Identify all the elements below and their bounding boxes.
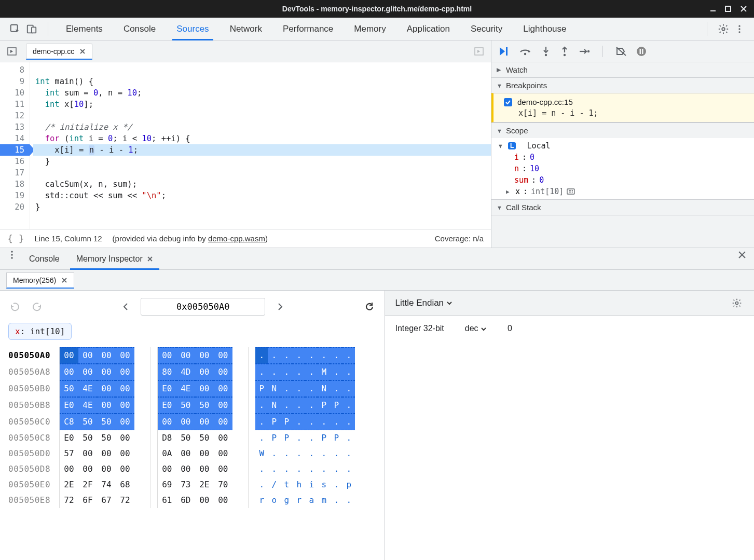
value-interpretation-row: Integer 32-bit dec 0 — [385, 316, 755, 342]
breakpoints-section-header[interactable]: ▼Breakpoints — [491, 78, 754, 93]
code-editor[interactable]: 891011121314151617181920 int main() { in… — [0, 62, 491, 229]
window-close-button[interactable] — [741, 6, 749, 12]
inspect-element-icon[interactable] — [9, 23, 21, 35]
page-next-icon[interactable] — [273, 300, 287, 313]
drawer-tab-memory-inspector[interactable]: Memory Inspector — [70, 248, 159, 269]
svg-point-11 — [524, 52, 526, 54]
source-status-bar: { } Line 15, Column 12 (provided via deb… — [0, 229, 491, 248]
svg-rect-16 — [640, 49, 641, 54]
interpreted-value: 0 — [508, 324, 512, 333]
source-file-tabs: demo-cpp.cc — [0, 40, 491, 62]
history-forward-icon[interactable] — [30, 300, 44, 313]
svg-rect-0 — [725, 6, 731, 11]
svg-point-22 — [736, 302, 738, 304]
value-type: Integer 32-bit — [395, 324, 444, 333]
settings-gear-icon[interactable] — [718, 23, 729, 35]
resume-button[interactable] — [499, 46, 510, 57]
window-maximize-button[interactable] — [725, 6, 733, 12]
svg-point-12 — [545, 53, 547, 56]
step-over-button[interactable] — [519, 47, 532, 56]
wasm-link[interactable]: demo-cpp.wasm — [208, 234, 265, 243]
value-base-select[interactable]: dec — [465, 324, 487, 333]
main-tab-network[interactable]: Network — [226, 18, 266, 40]
pretty-print-icon[interactable]: { } — [7, 233, 24, 244]
main-tab-sources[interactable]: Sources — [172, 18, 213, 40]
svg-point-13 — [564, 53, 566, 56]
close-drawer-icon[interactable] — [735, 248, 749, 262]
memory-tab[interactable]: Memory(256) — [6, 272, 74, 289]
value-settings-gear-icon[interactable] — [730, 296, 744, 310]
step-into-button[interactable] — [541, 46, 551, 57]
callstack-section-header[interactable]: ▼Call Stack — [491, 200, 754, 215]
svg-point-7 — [738, 31, 740, 33]
close-memory-tab-icon[interactable] — [61, 277, 67, 283]
close-drawer-tab-icon[interactable] — [147, 256, 153, 262]
scope-var-i[interactable]: i: 0 — [491, 152, 754, 163]
device-toggle-icon[interactable] — [26, 23, 37, 35]
memory-object-chip[interactable]: x: int[10] — [8, 323, 72, 340]
refresh-icon[interactable] — [363, 300, 376, 313]
scope-var-sum[interactable]: sum: 0 — [491, 174, 754, 186]
drawer-menu-icon[interactable] — [5, 248, 19, 262]
main-tab-elements[interactable]: Elements — [62, 18, 107, 40]
hex-view[interactable]: 005050A00000000000000000........005050A8… — [8, 347, 376, 508]
svg-point-5 — [738, 25, 740, 26]
svg-rect-10 — [506, 47, 508, 56]
main-tab-console[interactable]: Console — [119, 18, 160, 40]
breakpoint-checkbox[interactable] — [504, 98, 512, 106]
window-titlebar: DevTools - memory-inspector.glitch.me/de… — [0, 0, 754, 18]
scope-section-header[interactable]: ▼Scope — [491, 123, 754, 138]
step-out-button[interactable] — [560, 46, 569, 57]
svg-rect-17 — [642, 49, 643, 54]
debugger-toolbar — [491, 40, 754, 62]
main-tab-lighthouse[interactable]: Lighthouse — [519, 18, 570, 40]
breakpoint-label: demo-cpp.cc:15 — [517, 98, 573, 106]
local-badge-icon: L — [508, 142, 516, 149]
scope-var-n[interactable]: n: 10 — [491, 163, 754, 174]
window-title: DevTools - memory-inspector.glitch.me/de… — [282, 5, 472, 13]
cursor-position: Line 15, Column 12 — [35, 234, 102, 243]
deactivate-breakpoints-button[interactable] — [615, 46, 627, 57]
watch-section-header[interactable]: ▶Watch — [491, 62, 754, 77]
drawer-tab-console[interactable]: Console — [23, 248, 66, 269]
main-tab-performance[interactable]: Performance — [279, 18, 337, 40]
debug-info-source: (provided via debug info by demo-cpp.was… — [113, 234, 268, 243]
file-tab-label: demo-cpp.cc — [33, 47, 74, 56]
svg-point-20 — [11, 254, 13, 256]
file-tab-demo-cpp[interactable]: demo-cpp.cc — [26, 44, 92, 60]
scope-var-x[interactable]: ▶x: int[10] — [491, 186, 754, 197]
svg-rect-18 — [567, 189, 574, 194]
page-prev-icon[interactable] — [119, 300, 132, 313]
close-tab-icon[interactable] — [79, 48, 86, 54]
breakpoint-item[interactable]: demo-cpp.cc:15 x[i] = n - i - 1; — [491, 93, 754, 122]
svg-point-6 — [738, 28, 740, 30]
svg-point-19 — [11, 251, 13, 253]
drawer-tab-strip: Console Memory Inspector — [0, 248, 754, 270]
run-snippet-icon[interactable] — [472, 45, 486, 58]
address-input[interactable] — [141, 298, 265, 316]
step-button[interactable] — [579, 47, 590, 56]
debugger-panel: ▶Watch ▼Breakpoints demo-cpp.cc:15 x[i] … — [491, 40, 754, 248]
endianness-select[interactable]: Little Endian — [395, 298, 453, 308]
window-minimize-button[interactable] — [709, 5, 718, 12]
svg-point-21 — [11, 257, 13, 259]
history-back-icon[interactable] — [8, 300, 22, 313]
main-tab-application[interactable]: Application — [403, 18, 454, 40]
more-menu-icon[interactable] — [734, 24, 745, 34]
coverage-status: Coverage: n/a — [435, 234, 484, 243]
svg-rect-3 — [32, 27, 36, 33]
main-tab-memory[interactable]: Memory — [350, 18, 390, 40]
memory-nav-bar — [8, 298, 376, 316]
scope-local-header[interactable]: ▼L Local — [491, 140, 754, 152]
main-tab-security[interactable]: Security — [467, 18, 506, 40]
svg-point-15 — [637, 47, 646, 56]
memory-inspector-tabs: Memory(256) — [0, 270, 754, 291]
main-tab-strip: ElementsConsoleSourcesNetworkPerformance… — [0, 18, 754, 40]
pause-on-exceptions-button[interactable] — [636, 46, 647, 57]
svg-point-4 — [722, 28, 725, 31]
breakpoint-code: x[i] = n - i - 1; — [504, 108, 747, 118]
reveal-in-memory-icon[interactable] — [567, 188, 575, 195]
show-navigator-icon[interactable] — [5, 45, 19, 58]
svg-point-14 — [587, 50, 590, 52]
